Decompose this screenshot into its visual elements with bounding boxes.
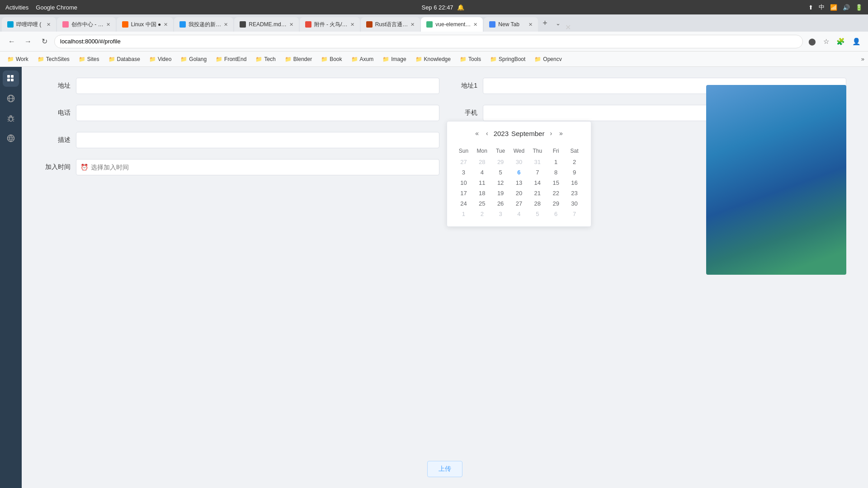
address-input[interactable] [76, 78, 439, 94]
refresh-button[interactable]: ↻ [38, 35, 51, 48]
desc-input[interactable] [76, 132, 439, 148]
cal-cell-1-2[interactable]: 5 [491, 167, 510, 178]
cal-cell-3-1[interactable]: 18 [473, 188, 491, 198]
bookmark-database[interactable]: 📁 Database [105, 55, 144, 64]
bookmark-tools[interactable]: 📁 Tools [456, 55, 485, 64]
join-time-input[interactable] [76, 159, 439, 175]
cal-cell-2-6[interactable]: 16 [565, 178, 584, 188]
bookmarks-more[interactable]: » [861, 56, 864, 62]
cal-cell-0-2[interactable]: 29 [491, 157, 510, 167]
cal-next-next-button[interactable]: » [557, 129, 565, 138]
bookmark-springboot[interactable]: 📁 SpringBoot [486, 55, 529, 64]
tab-close-attach[interactable]: ✕ [350, 22, 354, 28]
tab-close-readme[interactable]: ✕ [289, 22, 293, 28]
bookmark-golang[interactable]: 📁 Golang [177, 55, 210, 64]
address-input[interactable] [54, 35, 803, 48]
cal-cell-1-3[interactable]: 6 [510, 167, 528, 178]
cal-cell-1-1[interactable]: 4 [473, 167, 491, 178]
cal-prev-prev-button[interactable]: « [473, 129, 481, 138]
upload-button[interactable]: 上传 [427, 461, 462, 477]
cal-cell-2-2[interactable]: 12 [491, 178, 510, 188]
cal-cell-0-5[interactable]: 1 [547, 157, 565, 167]
bookmark-axum[interactable]: 📁 Axum [348, 55, 377, 64]
new-tab-button[interactable]: + [539, 17, 551, 30]
cal-cell-3-2[interactable]: 19 [491, 188, 510, 198]
more-tabs-button[interactable]: ⌄ [552, 18, 564, 28]
cal-cell-4-3[interactable]: 27 [510, 198, 528, 209]
cal-cell-5-6[interactable]: 7 [565, 209, 584, 219]
cal-cell-0-3[interactable]: 30 [510, 157, 528, 167]
cal-cell-1-5[interactable]: 8 [547, 167, 565, 178]
tab-close-linux[interactable]: ✕ [164, 22, 168, 28]
tab-vue[interactable]: vue-element… ✕ [421, 17, 483, 32]
cal-cell-5-1[interactable]: 2 [473, 209, 491, 219]
tab-close-creator[interactable]: ✕ [106, 22, 110, 28]
tab-rust[interactable]: Rust语言通… ✕ [361, 17, 420, 32]
calendar-month[interactable]: September [511, 130, 544, 137]
bookmark-blender[interactable]: 📁 Blender [281, 55, 316, 64]
bookmark-image[interactable]: 📁 Image [379, 55, 410, 64]
sidebar-icon-grid[interactable] [3, 70, 19, 87]
cal-cell-0-1[interactable]: 28 [473, 157, 491, 167]
bookmark-knowledge[interactable]: 📁 Knowledge [412, 55, 454, 64]
cal-cell-1-4[interactable]: 7 [528, 167, 547, 178]
cal-cell-4-1[interactable]: 25 [473, 198, 491, 209]
cal-cell-3-4[interactable]: 21 [528, 188, 547, 198]
back-button[interactable]: ← [5, 35, 18, 48]
cal-cell-4-6[interactable]: 30 [565, 198, 584, 209]
close-window-button[interactable]: ✕ [565, 23, 571, 32]
cal-cell-0-4[interactable]: 31 [528, 157, 547, 167]
cal-cell-5-3[interactable]: 4 [510, 209, 528, 219]
tab-close-bili[interactable]: ✕ [47, 22, 51, 28]
bookmark-tech[interactable]: 📁 Tech [252, 55, 279, 64]
bookmark-video[interactable]: 📁 Video [146, 55, 175, 64]
bookmark-button[interactable]: ☆ [821, 36, 831, 47]
cal-cell-5-4[interactable]: 5 [528, 209, 547, 219]
extensions-button[interactable]: 🧩 [835, 36, 847, 47]
bookmark-frontend[interactable]: 📁 FrontEnd [212, 55, 250, 64]
cal-cell-2-4[interactable]: 14 [528, 178, 547, 188]
tab-close-vue[interactable]: ✕ [473, 22, 477, 28]
cal-cell-1-0[interactable]: 3 [454, 167, 473, 178]
cal-cell-4-5[interactable]: 29 [547, 198, 565, 209]
cal-cell-2-5[interactable]: 15 [547, 178, 565, 188]
tab-readme[interactable]: README.md… ✕ [234, 17, 298, 32]
bookmark-techsites[interactable]: 📁 TechSites [34, 55, 73, 64]
bookmark-work[interactable]: 📁 Work [4, 55, 32, 64]
cal-cell-4-0[interactable]: 24 [454, 198, 473, 209]
cal-cell-0-0[interactable]: 27 [454, 157, 473, 167]
cal-cell-3-6[interactable]: 23 [565, 188, 584, 198]
sidebar-icon-globe[interactable] [3, 130, 19, 146]
cal-cell-2-0[interactable]: 10 [454, 178, 473, 188]
bookmark-opencv[interactable]: 📁 Opencv [531, 55, 565, 64]
forward-button[interactable]: → [22, 35, 34, 48]
phone-input[interactable] [76, 105, 439, 121]
cal-cell-4-2[interactable]: 26 [491, 198, 510, 209]
cal-next-button[interactable]: › [548, 129, 554, 138]
tab-creator[interactable]: 创作中心 - … ✕ [57, 17, 116, 32]
share-button[interactable]: ⬤ [807, 36, 818, 47]
calendar-year[interactable]: 2023 [494, 130, 509, 137]
bookmark-sites[interactable]: 📁 Sites [75, 55, 103, 64]
cal-cell-2-3[interactable]: 13 [510, 178, 528, 188]
cal-cell-5-5[interactable]: 6 [547, 209, 565, 219]
cal-cell-0-6[interactable]: 2 [565, 157, 584, 167]
cal-cell-4-4[interactable]: 28 [528, 198, 547, 209]
tab-close-newtab[interactable]: ✕ [528, 22, 533, 28]
cal-cell-3-3[interactable]: 20 [510, 188, 528, 198]
cal-cell-5-0[interactable]: 1 [454, 209, 473, 219]
sidebar-icon-bug[interactable] [3, 110, 19, 127]
tab-newtab[interactable]: New Tab ✕ [484, 17, 538, 32]
tab-close-vote[interactable]: ✕ [224, 22, 228, 28]
tab-linux[interactable]: Linux 中国 ● ✕ [117, 17, 174, 32]
cal-cell-2-1[interactable]: 11 [473, 178, 491, 188]
cal-cell-3-0[interactable]: 17 [454, 188, 473, 198]
cal-cell-5-2[interactable]: 3 [491, 209, 510, 219]
activities-label[interactable]: Activities [5, 4, 28, 11]
cal-cell-3-5[interactable]: 22 [547, 188, 565, 198]
cal-cell-1-6[interactable]: 9 [565, 167, 584, 178]
tab-vote[interactable]: 我投递的新… ✕ [174, 17, 233, 32]
profile-button[interactable]: 👤 [850, 36, 863, 47]
cal-prev-button[interactable]: ‹ [484, 129, 490, 138]
sidebar-icon-globe-outline[interactable] [3, 90, 19, 107]
